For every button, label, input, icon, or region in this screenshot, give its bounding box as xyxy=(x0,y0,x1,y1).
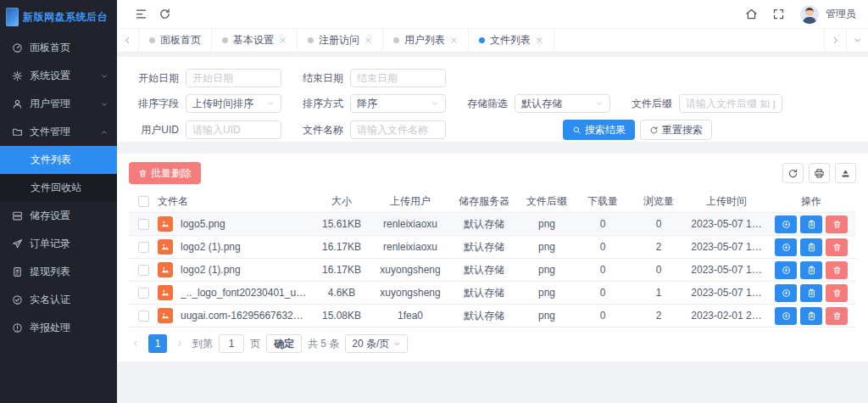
sidebar-item-dashboard[interactable]: 面板首页 xyxy=(0,34,117,62)
batch-delete-button[interactable]: 批量删除 xyxy=(129,162,201,184)
sidebar-item-user-management[interactable]: 用户管理 xyxy=(0,90,117,118)
sidebar-item-withdraw-list[interactable]: 提现列表 xyxy=(0,258,117,286)
close-icon[interactable] xyxy=(536,36,543,44)
download-button[interactable] xyxy=(775,238,797,256)
tab-panel-home[interactable]: 面板首页 xyxy=(139,29,212,52)
goto-confirm-button[interactable]: 确定 xyxy=(266,334,302,353)
reset-button-label: 重置搜索 xyxy=(662,123,703,137)
sidebar-item-label: 文件列表 xyxy=(31,153,71,167)
view-count: 0 xyxy=(631,264,687,276)
batch-delete-label: 批量删除 xyxy=(151,166,192,181)
tab-scroll-right-button[interactable] xyxy=(824,29,846,52)
sort-field-select[interactable]: 上传时间排序 xyxy=(186,94,281,113)
row-checkbox[interactable] xyxy=(138,219,149,230)
sidebar-fold-button[interactable] xyxy=(129,3,153,26)
download-button[interactable] xyxy=(775,307,797,325)
file-name-input[interactable] xyxy=(350,120,446,139)
tab-register-access[interactable]: 注册访问 xyxy=(298,29,383,52)
row-checkbox[interactable] xyxy=(138,265,149,276)
prev-page-button[interactable] xyxy=(129,339,142,348)
trash-icon xyxy=(832,243,842,252)
file-size: 15.08KB xyxy=(312,310,371,322)
delete-button[interactable] xyxy=(826,307,848,325)
delete-button[interactable] xyxy=(826,215,848,233)
gear-icon xyxy=(12,70,23,81)
sidebar-item-order-records[interactable]: 订单记录 xyxy=(0,230,117,258)
delete-button[interactable] xyxy=(826,238,848,256)
view-count: 1 xyxy=(631,287,687,299)
page-number-button[interactable]: 1 xyxy=(148,334,167,353)
refresh-page-button[interactable] xyxy=(153,3,176,26)
username[interactable]: 管理员 xyxy=(826,7,856,21)
sidebar-item-label: 文件回收站 xyxy=(31,181,81,195)
file-name: uugai.com-1629566763288.png xyxy=(181,310,307,322)
fullscreen-button[interactable] xyxy=(766,3,790,26)
select-all-checkbox[interactable] xyxy=(138,196,149,207)
upload-user: xuyongsheng xyxy=(371,264,449,276)
download-button[interactable] xyxy=(775,261,797,279)
image-glyph xyxy=(160,311,170,321)
close-icon[interactable] xyxy=(450,36,458,44)
sort-order-select[interactable]: 降序 xyxy=(350,94,446,113)
row-checkbox[interactable] xyxy=(138,311,149,322)
delete-button[interactable] xyxy=(826,261,848,279)
topbar: 管理员 xyxy=(117,0,868,29)
copy-link-button[interactable] xyxy=(800,307,822,325)
copy-link-button[interactable] xyxy=(800,261,822,279)
sidebar-item-label: 举报处理 xyxy=(30,321,70,335)
file-suffix-label: 文件后缀 xyxy=(626,97,672,111)
refresh-table-button[interactable] xyxy=(782,163,804,183)
print-button[interactable] xyxy=(809,163,830,183)
end-date-input[interactable] xyxy=(350,69,446,87)
home-button[interactable] xyxy=(739,3,763,26)
file-size: 4.6KB xyxy=(312,287,371,299)
server-icon xyxy=(12,210,23,221)
goto-page-input[interactable] xyxy=(219,334,244,353)
sidebar-item-report-handling[interactable]: 举报处理 xyxy=(0,314,117,342)
table-row: logo2 (1).png 16.17KB renleixiaoxu 默认存储 … xyxy=(129,236,856,259)
tab-scroll-left-button[interactable] xyxy=(117,29,139,52)
search-button[interactable]: 搜索结果 xyxy=(563,120,635,140)
tab-file-list[interactable]: 文件列表 xyxy=(469,29,554,52)
sidebar-item-file-list[interactable]: 文件列表 xyxy=(0,146,117,174)
download-count: 0 xyxy=(575,264,631,276)
copy-link-button[interactable] xyxy=(800,284,822,302)
row-checkbox[interactable] xyxy=(138,288,149,299)
file-suffix: png xyxy=(519,241,575,253)
sidebar-item-realname-auth[interactable]: 实名认证 xyxy=(0,286,117,314)
sidebar-item-file-management[interactable]: 文件管理 xyxy=(0,118,117,146)
download-icon xyxy=(782,288,791,298)
row-checkbox[interactable] xyxy=(138,242,149,253)
tab-options-dropdown-button[interactable] xyxy=(846,29,868,52)
copy-link-button[interactable] xyxy=(800,215,822,233)
tab-user-list[interactable]: 用户列表 xyxy=(383,29,469,52)
tab-basic-settings[interactable]: 基本设置 xyxy=(212,29,298,52)
sidebar-item-file-recycle[interactable]: 文件回收站 xyxy=(0,174,117,202)
view-count: 2 xyxy=(631,241,687,253)
avatar[interactable] xyxy=(800,5,819,24)
folder-icon xyxy=(12,126,23,137)
sidebar-item-label: 订单记录 xyxy=(30,237,70,251)
tab-dot xyxy=(308,37,314,43)
sidebar-item-system-settings[interactable]: 系统设置 xyxy=(0,62,117,90)
user-uid-input[interactable] xyxy=(186,120,281,139)
trash-icon xyxy=(832,311,842,321)
page-size-select[interactable]: 20 条/页 xyxy=(345,334,408,353)
storage-filter-select[interactable]: 默认存储 xyxy=(515,94,610,113)
reset-search-button[interactable]: 重置搜索 xyxy=(640,120,712,140)
info-circle-icon xyxy=(12,322,23,333)
download-button[interactable] xyxy=(775,215,797,233)
start-date-input[interactable] xyxy=(186,69,281,87)
close-icon[interactable] xyxy=(364,36,372,44)
chevron-right-icon xyxy=(831,36,840,45)
sidebar-item-storage-settings[interactable]: 储存设置 xyxy=(0,202,117,230)
copy-link-button[interactable] xyxy=(800,238,822,256)
delete-button[interactable] xyxy=(826,284,848,302)
next-page-button[interactable] xyxy=(173,339,186,348)
close-icon[interactable] xyxy=(279,36,287,44)
export-button[interactable] xyxy=(835,163,856,183)
download-button[interactable] xyxy=(775,284,797,302)
file-suffix-input[interactable] xyxy=(679,94,782,113)
header-upload-user: 上传用户 xyxy=(371,194,449,209)
sidebar-item-label: 系统设置 xyxy=(30,69,70,83)
